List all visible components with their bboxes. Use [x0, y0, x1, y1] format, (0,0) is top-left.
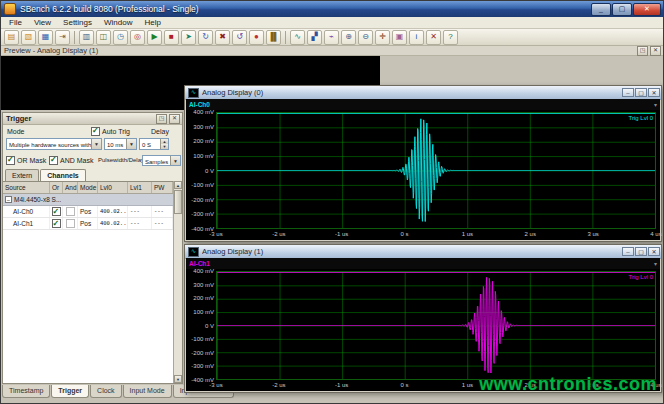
menu-file[interactable]: File [3, 17, 28, 29]
checkbox-icon[interactable] [91, 127, 100, 136]
minimize-button[interactable]: ‒ [622, 88, 634, 97]
trigger-tab-channels[interactable]: Channels [40, 169, 86, 181]
or-mask-checkbox[interactable]: OR Mask [6, 156, 46, 165]
clock-icon[interactable]: ◷ [113, 30, 128, 45]
single-shot-icon[interactable]: ➤ [181, 30, 196, 45]
trigger-level-line[interactable] [217, 272, 655, 273]
menu-window[interactable]: Window [98, 17, 138, 29]
table-row[interactable]: AI-Ch1Pos400.02...------ [3, 218, 173, 230]
table-group-row[interactable]: −M4i.4450-x8 S... [3, 194, 173, 206]
help-icon[interactable]: ? [443, 30, 458, 45]
channel-options-icon[interactable]: ▾ [654, 101, 660, 108]
titlebar[interactable]: SBench 6.2.2 build 8080 (Professional - … [1, 1, 663, 17]
close-display-icon[interactable]: ✕ [426, 30, 441, 45]
display-titlebar[interactable]: ∿ Analog Display (0) ‒ ▢ ✕ [185, 86, 661, 100]
display-titlebar[interactable]: ∿ Analog Display (1) ‒ ▢ ✕ [185, 245, 661, 259]
chevron-down-icon[interactable]: ▼ [91, 139, 101, 149]
cursor-icon[interactable]: ✛ [375, 30, 390, 45]
mode-cell[interactable]: Pos [78, 206, 98, 217]
and-checkbox[interactable] [66, 207, 75, 216]
input-channels-icon[interactable]: ▥ [79, 30, 94, 45]
analog-display-1-window[interactable]: ∿ Analog Display (1) ‒ ▢ ✕ AI-Ch1 ▾ 400 … [184, 244, 662, 393]
record-icon[interactable]: ● [249, 30, 264, 45]
plot-area[interactable]: Trig Lvl 0 [216, 112, 656, 229]
analog-display-icon[interactable]: ∿ [290, 30, 305, 45]
plot-area[interactable]: Trig Lvl 0 [216, 271, 656, 380]
info-icon[interactable]: i [409, 30, 424, 45]
trigger-panel-titlebar[interactable]: Trigger ◳ ✕ [3, 113, 182, 125]
close-panel-icon[interactable]: ✕ [650, 46, 661, 56]
start-icon[interactable]: ▶ [147, 30, 162, 45]
new-project-icon[interactable]: ▤ [4, 30, 19, 45]
restart-icon[interactable]: ↺ [232, 30, 247, 45]
column-header-mode[interactable]: Mode [78, 182, 98, 193]
collapse-icon[interactable]: − [5, 196, 12, 203]
trig-delay-field[interactable]: 10 ms ▼ [104, 138, 137, 150]
minimize-button[interactable]: _ [591, 3, 611, 16]
scrollbar-thumb[interactable] [174, 190, 182, 214]
channel-label[interactable]: AI-Ch0 [186, 101, 654, 108]
or-checkbox[interactable] [52, 219, 61, 228]
mode-cell[interactable]: Pos [78, 218, 98, 229]
maximize-button[interactable]: ▢ [635, 88, 647, 97]
trigger-tab-extern[interactable]: Extern [5, 169, 39, 181]
column-header-pw[interactable]: PW [152, 182, 173, 193]
digital-display-icon[interactable]: ▞ [307, 30, 322, 45]
save-project-icon[interactable]: ▦ [38, 30, 53, 45]
analog-display-0-window[interactable]: ∿ Analog Display (0) ‒ ▢ ✕ AI-Ch0 ▾ 400 … [184, 85, 662, 242]
column-header-source[interactable]: Source [3, 182, 50, 193]
open-project-icon[interactable]: ▧ [21, 30, 36, 45]
float-panel-icon[interactable]: ◳ [637, 46, 648, 56]
and-mask-checkbox[interactable]: AND Mask [49, 156, 93, 165]
column-header-or[interactable]: Or [50, 182, 63, 193]
fft-display-icon[interactable]: ⌁ [324, 30, 339, 45]
snapshot-icon[interactable]: ▣ [392, 30, 407, 45]
zoom-out-icon[interactable]: ⊖ [358, 30, 373, 45]
trigger-mode-select[interactable]: Multiple hardware sources with AND/OR ▼ [6, 138, 102, 150]
stop-icon[interactable]: ■ [164, 30, 179, 45]
column-header-lvl1[interactable]: Lvl1 [128, 182, 152, 193]
trigger-level-line[interactable] [217, 113, 655, 114]
spin-down-icon[interactable]: ▼ [160, 144, 168, 149]
dock-tab-input-mode[interactable]: Input Mode [123, 385, 172, 398]
pause-icon[interactable]: ▐▌ [266, 30, 281, 45]
close-button[interactable]: ✕ [633, 3, 661, 16]
close-button[interactable]: ✕ [648, 88, 660, 97]
checkbox-icon[interactable] [49, 156, 58, 165]
menu-settings[interactable]: Settings [57, 17, 98, 29]
chevron-down-icon[interactable]: ▼ [170, 156, 180, 165]
pulsewidth-unit-select[interactable]: Samples ▼ [142, 155, 181, 166]
level0-cell[interactable]: 400.02... [98, 206, 128, 217]
level1-cell[interactable]: --- [128, 206, 152, 217]
auto-trig-checkbox[interactable]: Auto Trig [91, 127, 130, 136]
delay-field[interactable]: 0 S ▲▼ [139, 138, 169, 150]
scroll-up-icon[interactable]: ▲ [174, 181, 182, 189]
menu-view[interactable]: View [28, 17, 57, 29]
spinner-arrows[interactable]: ▲▼ [160, 139, 168, 149]
trigger-icon[interactable]: ◎ [130, 30, 145, 45]
float-panel-icon[interactable]: ◳ [156, 114, 167, 124]
maximize-button[interactable]: ▢ [612, 3, 632, 16]
channel-label[interactable]: AI-Ch1 [186, 260, 654, 267]
close-panel-icon[interactable]: ✕ [169, 114, 180, 124]
pulsewidth-cell[interactable]: --- [152, 206, 173, 217]
column-header-lvl0[interactable]: Lvl0 [98, 182, 128, 193]
abort-icon[interactable]: ✖ [215, 30, 230, 45]
and-checkbox[interactable] [66, 219, 75, 228]
column-header-and[interactable]: And [63, 182, 78, 193]
checkbox-icon[interactable] [6, 156, 15, 165]
maximize-button[interactable]: ▢ [635, 247, 647, 256]
pulsewidth-cell[interactable]: --- [152, 218, 173, 229]
level1-cell[interactable]: --- [128, 218, 152, 229]
level0-cell[interactable]: 400.02... [98, 218, 128, 229]
menu-help[interactable]: Help [138, 17, 166, 29]
dock-tab-trigger[interactable]: Trigger [51, 385, 89, 398]
zoom-in-icon[interactable]: ⊕ [341, 30, 356, 45]
close-button[interactable]: ✕ [648, 247, 660, 256]
dock-tab-clock[interactable]: Clock [90, 385, 122, 398]
dock-tab-timestamp[interactable]: Timestamp [2, 385, 50, 398]
vertical-scrollbar[interactable]: ▲ ▼ [173, 181, 182, 383]
scroll-down-icon[interactable]: ▼ [174, 375, 182, 383]
chevron-down-icon[interactable]: ▼ [126, 139, 136, 149]
loop-icon[interactable]: ↻ [198, 30, 213, 45]
